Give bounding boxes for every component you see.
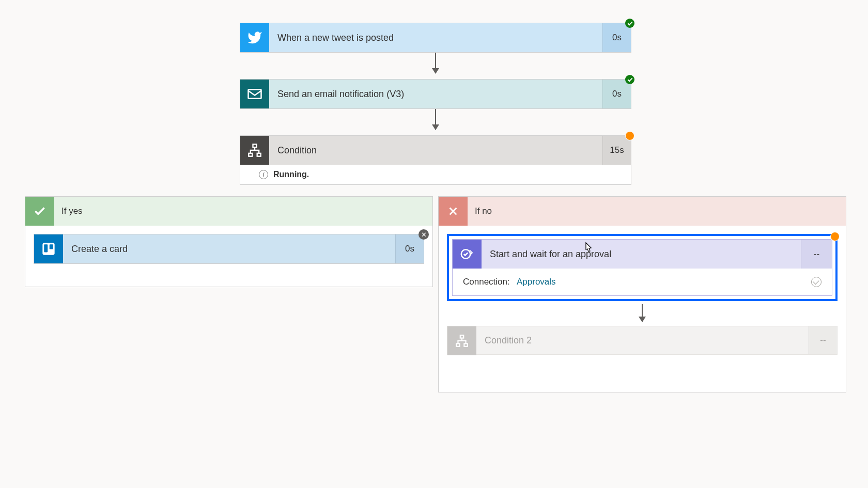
arrow-down-icon [435,109,436,130]
connection-value-link[interactable]: Approvals [517,277,556,287]
success-badge-icon [625,75,634,84]
branch-yes-header[interactable]: If yes [25,197,432,226]
cancelled-badge-icon: ✕ [419,229,429,240]
branch-if-no: If no Start and wait for an approval -- … [438,196,846,392]
step-create-card-label: Create a card [63,234,395,263]
success-badge-icon [625,19,634,28]
step-approval-duration: -- [801,240,832,269]
svg-rect-9 [460,335,464,338]
trello-icon [34,234,63,263]
condition-icon [240,136,269,165]
info-icon: i [259,170,268,179]
branch-no-header[interactable]: If no [439,197,846,226]
step-create-card[interactable]: Create a card 0s ✕ [34,234,424,264]
svg-rect-0 [249,89,261,99]
svg-rect-7 [50,244,53,249]
check-icon [25,197,54,226]
branch-yes-label: If yes [54,197,432,226]
step-tweet-trigger[interactable]: When a new tweet is posted 0s [240,23,631,53]
condition-status-row: i Running. [240,165,631,184]
step-email-label: Send an email notification (V3) [269,80,602,108]
step-condition-duration: 15s [602,136,631,165]
step-email-duration: 0s [602,80,631,108]
mail-icon [240,80,269,108]
condition-icon [447,326,476,355]
running-badge-icon [625,131,634,140]
arrow-down-icon [642,304,643,322]
connection-label: Connection: [463,277,510,287]
step-condition2-label: Condition 2 [476,326,809,354]
step-approval-highlighted[interactable]: Start and wait for an approval -- Connec… [447,234,838,301]
running-badge-icon [830,232,840,241]
step-approval-label: Start and wait for an approval [482,240,801,269]
branch-no-label: If no [468,197,846,226]
svg-rect-2 [249,153,252,156]
check-circle-icon [811,277,822,287]
step-tweet-duration: 0s [602,23,631,52]
step-condition-label: Condition [269,136,602,165]
approval-connection-row: Connection: Approvals [463,277,556,287]
step-condition2-duration: -- [809,326,837,354]
step-email-notification[interactable]: Send an email notification (V3) 0s [240,79,631,109]
close-icon [439,197,468,226]
step-condition-2[interactable]: Condition 2 -- [447,326,838,355]
svg-rect-11 [464,343,468,346]
step-tweet-label: When a new tweet is posted [269,23,602,52]
step-create-card-duration: 0s [395,234,424,263]
branch-if-yes: If yes Create a card 0s ✕ [25,196,433,287]
condition-status-text: Running. [273,170,309,179]
approval-icon [453,240,482,269]
arrow-down-icon [435,53,436,73]
svg-rect-6 [44,244,48,252]
svg-rect-1 [253,144,257,147]
svg-rect-3 [257,153,261,156]
svg-rect-10 [456,343,460,346]
step-condition[interactable]: Condition 15s i Running. [240,135,631,185]
twitter-icon [240,23,269,52]
